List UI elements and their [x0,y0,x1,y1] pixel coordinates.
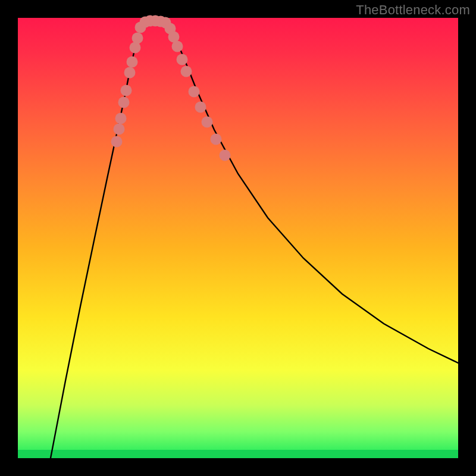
bottleneck-curve [51,21,458,458]
sample-dot [132,33,143,44]
sample-dot [111,136,123,148]
sample-dot [124,67,136,79]
sample-dots-group [111,15,231,161]
outer-frame: TheBottleneck.com [0,0,476,476]
sample-dot [118,97,130,108]
sample-dot [121,85,132,96]
sample-dot [195,102,206,113]
sample-dot [189,86,200,98]
sample-dot [172,41,183,52]
sample-dot [115,113,127,124]
sample-dot [220,150,231,161]
sample-dot [177,54,188,65]
gradient-plot-area [18,18,458,458]
watermark-text: TheBottleneck.com [356,2,470,18]
sample-dot [202,117,213,128]
sample-dot [181,66,192,77]
sample-dot [114,124,125,135]
sample-dot [127,57,138,68]
bottleneck-curve-svg [18,18,458,458]
sample-dot [130,42,141,54]
sample-dot [211,134,222,145]
